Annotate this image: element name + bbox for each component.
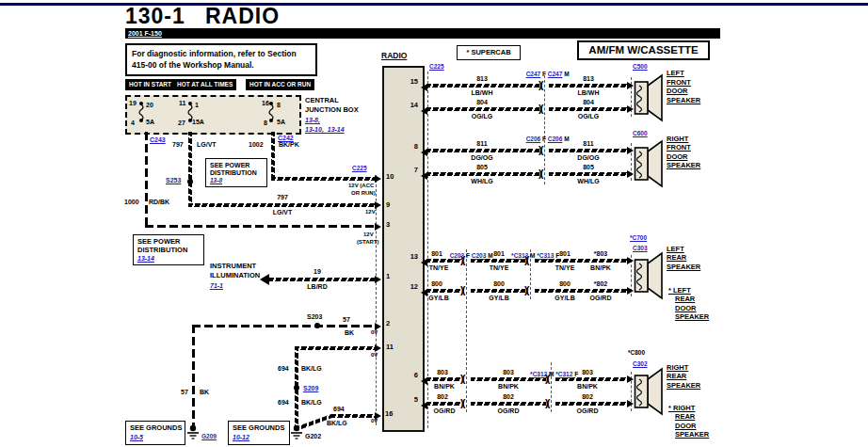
ground-g209-link[interactable]: G209 bbox=[201, 434, 217, 440]
wire-694c-number: 694 bbox=[333, 406, 345, 412]
inline-connector-c312-row5: )( bbox=[545, 398, 548, 408]
wire-1000-color: RD/BK bbox=[149, 199, 169, 205]
see-power-1-line1: SEE POWER bbox=[210, 162, 249, 168]
connector-c600-link[interactable]: C600 bbox=[633, 131, 648, 137]
pin-15: 15 bbox=[407, 78, 418, 86]
pin-11: 11 bbox=[386, 343, 394, 351]
volt-acc-line1: 12V (ACC bbox=[348, 183, 374, 188]
connector-c225-top-link[interactable]: C225 bbox=[429, 64, 444, 71]
wire-694a-number: 694 bbox=[278, 365, 289, 372]
wire-57-horizontal bbox=[192, 325, 377, 327]
pin9-arrow bbox=[375, 201, 381, 209]
ground-g209-symbol bbox=[186, 424, 200, 439]
speaker-rrd-line1: * RIGHT bbox=[668, 405, 695, 412]
pin2-arrow bbox=[375, 323, 381, 330]
note-line1: For diagnostic information, refer to Sec… bbox=[132, 50, 297, 58]
wire-801c-number: 801 bbox=[559, 250, 571, 257]
pin11-arrow bbox=[375, 344, 381, 352]
speaker-rf-line1: RIGHT bbox=[667, 136, 688, 143]
supercab-label: * SUPERCAB bbox=[466, 49, 510, 56]
wiring-diagram-page: 130-1 RADIO 2001 F-150 For diagnostic in… bbox=[0, 0, 868, 447]
wire-804a-color: OG/LG bbox=[472, 113, 493, 120]
wire-803a-color: BN/PK bbox=[434, 383, 455, 390]
page-code: 130-1 bbox=[125, 6, 185, 27]
connector-c312-label[interactable]: *C312 M *C312 F bbox=[523, 365, 578, 384]
pin-12: 12 bbox=[407, 283, 418, 291]
speaker-icon-left-front bbox=[633, 73, 665, 122]
pin-1: 1 bbox=[386, 273, 390, 280]
splice-s253-link[interactable]: S253 bbox=[166, 177, 181, 184]
wire-805-seg2 bbox=[549, 172, 629, 176]
wire-811-seg1 bbox=[426, 149, 539, 152]
wire-804b-number: 804 bbox=[583, 99, 594, 105]
wire-694a-color: BK/LG bbox=[301, 365, 322, 372]
speaker-rr-line3: SPEAKER bbox=[667, 382, 700, 390]
connector-c206-label[interactable]: C206 F C206 M bbox=[519, 130, 569, 149]
wire-802c-color: OG/RD bbox=[577, 407, 599, 414]
connector-c700-link[interactable]: *C700 bbox=[630, 235, 647, 242]
cjb-page-ref-2[interactable]: 13-10, 13-14 bbox=[305, 126, 345, 133]
fuse-icon bbox=[137, 102, 146, 122]
speaker-lrd-line2: REAR bbox=[675, 295, 695, 303]
wire-800a-color: GY/LB bbox=[428, 295, 448, 301]
pin16-arrow bbox=[375, 412, 381, 420]
wire-800-seg2 bbox=[471, 289, 525, 293]
wire-800b-color: GY/LB bbox=[489, 295, 508, 301]
cjb-page-ref-1[interactable]: 13-8, bbox=[305, 117, 320, 123]
speaker-rf-line3: DOOR bbox=[667, 153, 688, 161]
see-grounds-1-label: SEE GROUNDS bbox=[130, 424, 182, 432]
wire-803r-color: BN/PK bbox=[590, 264, 611, 271]
wire-802a-number: 802 bbox=[437, 393, 448, 400]
wire-797b-color: LG/VT bbox=[273, 209, 293, 216]
connector-c247-label[interactable]: C247 F C247 M bbox=[519, 65, 569, 84]
wire-694-horizontal-pin16 bbox=[331, 414, 377, 418]
wire-797-vertical bbox=[188, 132, 192, 205]
wire-797-number: 797 bbox=[172, 141, 184, 148]
wire-802a-color: OG/RD bbox=[434, 407, 456, 414]
connector-c313-label[interactable]: *C313 M *C313 F bbox=[505, 247, 559, 265]
see-grounds-1-ref[interactable]: 10-5 bbox=[130, 434, 143, 440]
splice-s209-link[interactable]: S209 bbox=[303, 385, 318, 391]
splice-s203-dot bbox=[314, 323, 320, 328]
wire-811-seg2 bbox=[549, 149, 629, 152]
pin-14: 14 bbox=[407, 102, 418, 109]
pin-5: 5 bbox=[407, 396, 418, 404]
volt-12v-pin9: 12V bbox=[365, 209, 376, 215]
radio-connector-face-left bbox=[376, 175, 377, 425]
speaker-lr-line1: LEFT bbox=[667, 246, 684, 253]
illumination-arrow bbox=[260, 274, 269, 285]
pin-6: 6 bbox=[407, 372, 418, 379]
see-grounds-2-ref[interactable]: 10-12 bbox=[233, 434, 249, 440]
wire-805a-color: WH/LG bbox=[471, 178, 492, 184]
wire-805b-number: 805 bbox=[583, 164, 594, 170]
see-power-distribution-box-2: SEE POWER DISTRIBUTION 13-14 bbox=[133, 234, 204, 265]
see-power-2-line2: DISTRIBUTION bbox=[137, 247, 187, 254]
wire-801a-color: TN/YE bbox=[429, 264, 449, 271]
wire-804b-color: OG/LG bbox=[578, 113, 600, 120]
illumination-ref[interactable]: 71-1 bbox=[210, 282, 223, 289]
speaker-rrd-line4: SPEAKER bbox=[675, 431, 709, 439]
pin-13: 13 bbox=[407, 253, 418, 261]
splice-s253-dot bbox=[187, 179, 193, 184]
supercab-tag: * SUPERCAB bbox=[457, 45, 521, 60]
connector-c203-label[interactable]: C203 F C203 M bbox=[442, 247, 492, 265]
speaker-lf-line2: FRONT bbox=[667, 79, 691, 87]
see-grounds-2-label: SEE GROUNDS bbox=[233, 424, 284, 432]
wire-813a-color: LB/WH bbox=[472, 89, 493, 96]
connector-c800-label: *C800 bbox=[628, 350, 645, 357]
volt-acc-line2: OR RUN) bbox=[351, 190, 376, 196]
model-bar: 2001 F-150 bbox=[125, 28, 720, 39]
pin-3: 3 bbox=[386, 221, 390, 229]
wire-19-color: LB/RD bbox=[307, 283, 327, 290]
connector-c500-link[interactable]: C500 bbox=[633, 64, 648, 71]
wire-803c-number: 803 bbox=[582, 369, 593, 375]
connector-c225-left-link[interactable]: C225 bbox=[352, 166, 367, 172]
see-power-1-ref[interactable]: 13-8 bbox=[210, 178, 222, 184]
see-power-2-ref[interactable]: 13-14 bbox=[137, 255, 154, 262]
speaker-icon-left-rear bbox=[633, 251, 665, 300]
connector-c242-link[interactable]: C242 bbox=[278, 135, 294, 141]
wire-813a-number: 813 bbox=[476, 75, 488, 82]
see-grounds-box-1: SEE GROUNDS 10-5 bbox=[125, 421, 185, 445]
wire-1000-number: 1000 bbox=[124, 199, 139, 205]
connector-c243-link[interactable]: C243 bbox=[150, 136, 166, 143]
